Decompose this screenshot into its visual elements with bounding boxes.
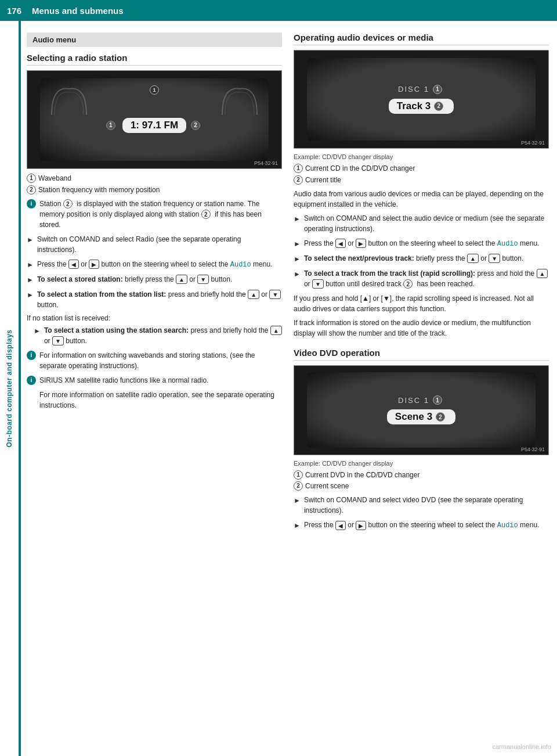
- bullet-press-steering-r: ► Press the ◀ or ▶ button on the steerin…: [294, 238, 549, 249]
- bullet-track-list-rapid: ► To select a track from the track list …: [294, 268, 549, 289]
- key-up-r2: ▲: [537, 269, 548, 278]
- info-block-1: i Station 2 is displayed with the statio…: [27, 199, 282, 230]
- left-column: Audio menu Selecting a radio station: [27, 33, 282, 750]
- info-block-2: i For information on switching wavebands…: [27, 350, 282, 371]
- audio-menu-box: Audio menu: [27, 33, 282, 47]
- caption-current-scene: 2 Current scene: [294, 481, 549, 491]
- bullet-switch-video-dvd: ► Switch on COMAND and select video DVD …: [294, 495, 549, 516]
- if-no-station-text: If no station list is received:: [27, 314, 282, 322]
- example2-text: Example: CD/DVD changer display: [294, 460, 549, 467]
- side-label-container: On-board computer and displays: [0, 21, 21, 756]
- info-icon-2: i: [27, 351, 36, 360]
- caption-current-cd: 1 Current CD in the CD/DVD changer: [294, 164, 549, 174]
- key-down: ▼: [197, 275, 209, 284]
- watermark: carmanualonline.info: [492, 743, 551, 750]
- key-right-r: ▶: [356, 239, 366, 248]
- body1-text: Audio data from various audio devices or…: [294, 189, 549, 210]
- right-column: Operating audio devices or media DISC 1 …: [294, 33, 549, 750]
- main-content: Audio menu Selecting a radio station: [21, 21, 557, 756]
- page-layout: On-board computer and displays Audio men…: [0, 21, 557, 756]
- key-down-3: ▼: [52, 336, 64, 345]
- key-down-2: ▼: [269, 290, 281, 299]
- key-up-3: ▲: [270, 326, 282, 335]
- key-up-r1: ▲: [467, 254, 479, 263]
- radio-display-image: 1 1 1: 97.1 FM 2 P54·32·91: [27, 70, 282, 169]
- info-icon-3: i: [27, 376, 36, 385]
- video-dvd-title: Video DVD operation: [294, 348, 549, 361]
- dvd-image: DISC 1 1 Scene 3 2 P54·32·91: [294, 365, 549, 455]
- caption-station-freq: 2 Station frequency with memory position: [27, 185, 282, 195]
- key-up-2: ▲: [248, 290, 259, 299]
- key-right-dvd: ▶: [356, 521, 366, 530]
- key-left: ◀: [68, 260, 79, 269]
- key-up: ▲: [176, 275, 187, 284]
- image-r1-p54: P54·32·91: [521, 140, 545, 146]
- operating-title: Operating audio devices or media: [294, 33, 549, 45]
- info3-detail: For more information on satellite radio …: [39, 390, 282, 411]
- info-icon-1: i: [27, 199, 36, 208]
- bullet-press-steering: ► Press the ◀ or ▶ button on the steerin…: [27, 259, 282, 270]
- bullet-station-list: ► To select a station from the station l…: [27, 289, 282, 310]
- selecting-title: Selecting a radio station: [27, 53, 282, 66]
- caption-waveband: 1 Waveband: [27, 174, 282, 183]
- image-r2-p54: P54·32·91: [521, 447, 545, 452]
- key-left-dvd: ◀: [335, 521, 346, 530]
- bullet-switch-radio: ► Switch on COMAND and select Radio (see…: [27, 234, 282, 255]
- bullet-station-search: ► To select a station using the station …: [34, 325, 282, 346]
- example1-text: Example: CD/DVD changer display: [294, 153, 549, 160]
- caption-current-title: 2 Current title: [294, 175, 549, 185]
- info-block-3: i SIRIUS XM satellite radio functions li…: [27, 375, 282, 386]
- caption-current-dvd: 1 Current DVD in the CD/DVD changer: [294, 470, 549, 480]
- bullet-next-track: ► To select the next/previous track: bri…: [294, 253, 549, 264]
- image1-p54: P54·32·91: [254, 160, 278, 166]
- bullet-press-steering-dvd: ► Press the ◀ or ▶ button on the steerin…: [294, 520, 549, 531]
- header-title: Menus and submenus: [32, 6, 124, 16]
- track-info-note: If track information is stored on the au…: [294, 318, 549, 339]
- rapid-scroll-note: If you press and hold [▲] or [▼], the ra…: [294, 293, 549, 314]
- bullet-switch-audio: ► Switch on COMAND and select the audio …: [294, 213, 549, 234]
- key-down-r2: ▼: [312, 279, 324, 289]
- side-label: On-board computer and displays: [5, 329, 13, 447]
- page-number: 176: [7, 6, 21, 16]
- key-right: ▶: [89, 260, 99, 269]
- cd-dvd-image-1: DISC 1 1 Track 3 2 P54·32·91: [294, 50, 549, 149]
- key-down-r1: ▼: [489, 254, 500, 263]
- header-bar: 176 Menus and submenus: [0, 0, 557, 21]
- key-left-r: ◀: [335, 239, 346, 248]
- bullet-stored-station: ► To select a stored station: briefly pr…: [27, 274, 282, 285]
